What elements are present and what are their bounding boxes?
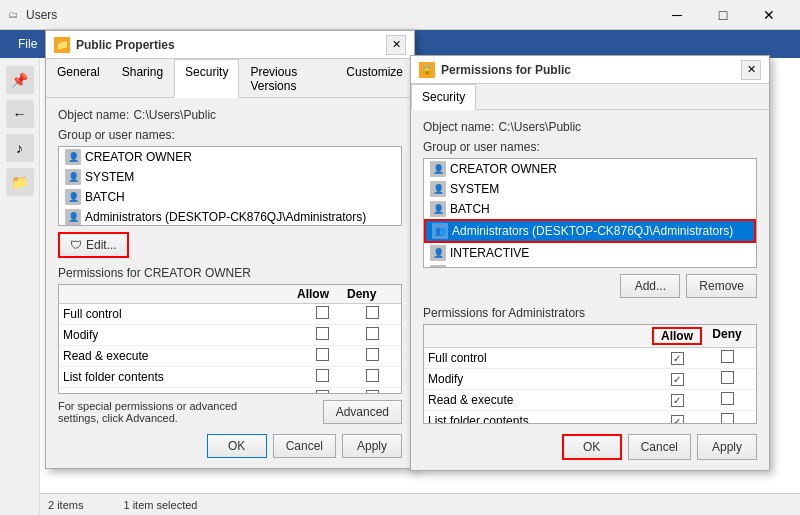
advanced-note: For special permissions or advanced sett… xyxy=(58,400,268,424)
deny-checkbox[interactable] xyxy=(366,369,379,382)
perm-name: List folder contents xyxy=(63,370,297,384)
list-item[interactable]: 👤 BATCH xyxy=(424,199,756,219)
perm-group-service: SERVICE xyxy=(450,266,502,268)
allow-checkbox[interactable] xyxy=(316,348,329,361)
perm-admin-readexec: Read & execute xyxy=(428,393,652,407)
perm-row: Full control xyxy=(59,304,401,325)
perm-group-creator: CREATOR OWNER xyxy=(450,162,557,176)
tab-security[interactable]: Security xyxy=(174,59,239,98)
deny-checkbox[interactable] xyxy=(366,348,379,361)
list-item[interactable]: 👤 SERVICE xyxy=(424,263,756,268)
perm-row: Modify xyxy=(59,325,401,346)
permissions-body: Object name: C:\Users\Public Group or us… xyxy=(411,110,769,470)
perm-allow-col: Allow xyxy=(297,287,347,301)
public-properties-close[interactable]: ✕ xyxy=(386,35,406,55)
edit-icon: 🛡 xyxy=(70,238,82,252)
dialogs-container: 📁 Public Properties ✕ General Sharing Se… xyxy=(0,0,800,515)
permissions-label: Permissions for CREATOR OWNER xyxy=(58,266,402,280)
perm-object-name-row: Object name: C:\Users\Public xyxy=(423,120,757,134)
user-icon: 👤 xyxy=(65,169,81,185)
deny-checkbox[interactable] xyxy=(366,390,379,394)
perm-name: Read xyxy=(63,391,297,394)
allow-full-checkbox[interactable] xyxy=(671,352,684,365)
list-item[interactable]: 👤 INTERACTIVE xyxy=(424,243,756,263)
maximize-button[interactable]: □ xyxy=(700,0,746,30)
perm-group-label: Group or user names: xyxy=(423,140,757,154)
deny-listfolder-checkbox[interactable] xyxy=(721,413,734,424)
perm-col-name xyxy=(428,327,652,345)
public-properties-body: Object name: C:\Users\Public Group or us… xyxy=(46,98,414,468)
user-icon: 👤 xyxy=(430,161,446,177)
list-item[interactable]: 👤 CREATOR OWNER xyxy=(59,147,401,167)
perm-row: Read xyxy=(59,388,401,394)
perm-ok-button[interactable]: OK xyxy=(562,434,622,460)
security-icon: 🔒 xyxy=(419,62,435,78)
deny-readexec-checkbox[interactable] xyxy=(721,392,734,405)
sidebar-folder-icon[interactable]: 📁 xyxy=(6,168,34,196)
perm-cancel-button[interactable]: Cancel xyxy=(628,434,691,460)
ok-button[interactable]: OK xyxy=(207,434,267,458)
list-item[interactable]: 👤 BATCH xyxy=(59,187,401,207)
perm-header: Allow Deny xyxy=(59,285,401,304)
allow-checkbox[interactable] xyxy=(316,327,329,340)
user-icon: 👤 xyxy=(430,265,446,268)
permissions-titlebar: 🔒 Permissions for Public ✕ xyxy=(411,56,769,84)
perm-name: Full control xyxy=(63,307,297,321)
status-bar: 2 items 1 item selected xyxy=(40,493,800,515)
file-menu-button[interactable]: File xyxy=(8,33,47,55)
add-button[interactable]: Add... xyxy=(620,274,680,298)
perm-admin-listfolder: List folder contents xyxy=(428,414,652,424)
allow-checkbox[interactable] xyxy=(316,390,329,394)
permissions-close[interactable]: ✕ xyxy=(741,60,761,80)
allow-checkbox[interactable] xyxy=(316,369,329,382)
perm-name: Modify xyxy=(63,328,297,342)
tab-sharing[interactable]: Sharing xyxy=(111,59,174,98)
tab-customize[interactable]: Customize xyxy=(335,59,414,98)
perm-col-deny: Deny xyxy=(702,327,752,345)
minimize-button[interactable]: ─ xyxy=(654,0,700,30)
object-name-row: Object name: C:\Users\Public xyxy=(58,108,402,122)
remove-button[interactable]: Remove xyxy=(686,274,757,298)
allow-modify-checkbox[interactable] xyxy=(671,373,684,386)
permissions-for-public-dialog: 🔒 Permissions for Public ✕ Security Obje… xyxy=(410,55,770,471)
group-label: Group or user names: xyxy=(58,128,402,142)
sidebar-pin-icon[interactable]: 📌 xyxy=(6,66,34,94)
public-properties-tabs: General Sharing Security Previous Versio… xyxy=(46,59,414,98)
permissions-table: Allow Deny Full control Modify Read & ex… xyxy=(58,284,402,394)
list-item[interactable]: 👤 SYSTEM xyxy=(59,167,401,187)
perm-admin-fullcontrol: Full control xyxy=(428,351,652,365)
apply-button[interactable]: Apply xyxy=(342,434,402,458)
allow-readexec-checkbox[interactable] xyxy=(671,394,684,407)
deny-modify-checkbox[interactable] xyxy=(721,371,734,384)
perm-col-allow: Allow xyxy=(652,327,702,345)
deny-checkbox[interactable] xyxy=(366,327,379,340)
deny-checkbox[interactable] xyxy=(366,306,379,319)
allow-listfolder-checkbox[interactable] xyxy=(671,415,684,424)
tab-general[interactable]: General xyxy=(46,59,111,98)
list-item-selected[interactable]: 👥 Administrators (DESKTOP-CK876QJ\Admini… xyxy=(424,219,756,243)
allow-checkbox[interactable] xyxy=(316,306,329,319)
perm-admin-table: Allow Deny Full control Modify Read & ex… xyxy=(423,324,757,424)
sidebar-back-icon[interactable]: ← xyxy=(6,100,34,128)
tab-security-perm[interactable]: Security xyxy=(411,84,476,110)
advanced-button[interactable]: Advanced xyxy=(323,400,402,424)
perm-admin-modify: Modify xyxy=(428,372,652,386)
sidebar-music-icon[interactable]: ♪ xyxy=(6,134,34,162)
group-list[interactable]: 👤 CREATOR OWNER 👤 SYSTEM 👤 BATCH 👤 Admin… xyxy=(58,146,402,226)
cancel-button[interactable]: Cancel xyxy=(273,434,336,458)
tab-previous-versions[interactable]: Previous Versions xyxy=(239,59,335,98)
deny-full-checkbox[interactable] xyxy=(721,350,734,363)
permissions-tabs: Security xyxy=(411,84,769,110)
perm-name-col xyxy=(63,287,297,301)
perm-group-system: SYSTEM xyxy=(450,182,499,196)
user-icon: 👤 xyxy=(430,245,446,261)
list-item[interactable]: 👤 SYSTEM xyxy=(424,179,756,199)
perm-admin-label: Permissions for Administrators xyxy=(423,306,757,320)
perm-group-list[interactable]: 👤 CREATOR OWNER 👤 SYSTEM 👤 BATCH 👥 Admin… xyxy=(423,158,757,268)
user-icon: 👤 xyxy=(65,189,81,205)
perm-apply-button[interactable]: Apply xyxy=(697,434,757,460)
edit-button[interactable]: 🛡 Edit... xyxy=(58,232,129,258)
list-item[interactable]: 👤 Administrators (DESKTOP-CK876QJ\Admini… xyxy=(59,207,401,226)
list-item[interactable]: 👤 CREATOR OWNER xyxy=(424,159,756,179)
close-button[interactable]: ✕ xyxy=(746,0,792,30)
